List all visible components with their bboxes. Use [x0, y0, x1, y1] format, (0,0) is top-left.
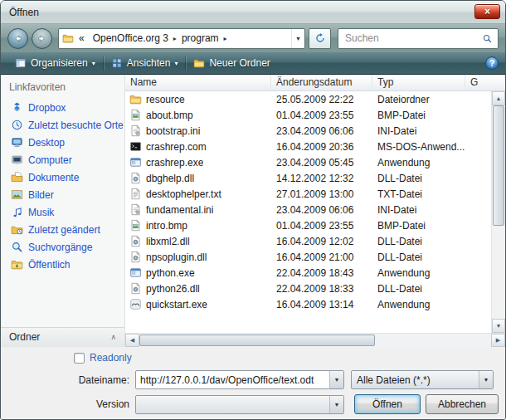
file-row[interactable]: resource 25.05.2009 22:22 Dateiordner [125, 91, 491, 107]
sidebar-item[interactable]: Suchvorgänge [1, 238, 124, 256]
sidebar-item[interactable]: Dropbox [1, 99, 124, 116]
refresh-button[interactable] [309, 28, 331, 49]
music-icon [11, 206, 23, 218]
views-label: Ansichten [127, 57, 171, 69]
help-button[interactable]: ? [485, 56, 499, 70]
column-header-name[interactable]: Name [125, 75, 271, 90]
cancel-button[interactable]: Abbrechen [426, 394, 499, 414]
help-icon: ? [489, 58, 495, 68]
filename-input[interactable] [136, 371, 329, 388]
open-dialog: Öffnen × « OpenOffice.org 3 ▸ program ▸ … [0, 0, 506, 420]
dialog-body: Linkfavoriten Dropbox Zuletzt besuchte O… [1, 75, 505, 347]
searches-icon [11, 241, 23, 253]
file-row[interactable]: intro.bmp 01.04.2009 23:55 BMP-Datei [125, 217, 491, 233]
breadcrumb-separator-icon: ▸ [173, 35, 177, 42]
folders-expander[interactable]: Ordner ∧ [1, 327, 124, 347]
horizontal-scrollbar[interactable]: ◀ ▶ [125, 333, 505, 347]
address-bar[interactable]: « OpenOffice.org 3 ▸ program ▸ ▼ [58, 28, 305, 49]
dll-file-icon [129, 235, 142, 247]
organize-button[interactable]: Organisieren ▾ [7, 52, 103, 74]
breadcrumb-overflow-button[interactable]: « [75, 32, 88, 44]
vertical-scroll-thumb[interactable] [493, 105, 504, 226]
views-icon [111, 57, 123, 69]
file-list: Name Änderungsdatum Typ G resource 25.05… [125, 75, 505, 347]
organize-icon [15, 57, 27, 69]
close-button[interactable]: × [474, 4, 500, 19]
scroll-track[interactable] [375, 334, 491, 347]
version-dropdown-button[interactable]: ▼ [329, 396, 343, 413]
file-row[interactable]: npsoplugin.dll 16.04.2009 21:00 DLL-Date… [125, 249, 491, 265]
folder-file-icon [129, 93, 142, 105]
search-icon[interactable] [482, 33, 493, 44]
documents-icon [11, 171, 23, 183]
exe-file-icon [129, 266, 142, 279]
sidebar-item[interactable]: Computer [1, 151, 124, 168]
filename-combobox: ▼ [135, 370, 344, 389]
file-row[interactable]: crashrep.com 16.04.2009 20:36 MS-DOS-Anw… [125, 139, 491, 154]
back-button[interactable] [7, 28, 28, 49]
sidebar: Linkfavoriten Dropbox Zuletzt besuchte O… [1, 75, 125, 347]
vertical-scrollbar[interactable]: ▲ ▼ [491, 91, 505, 333]
search-input[interactable] [343, 32, 482, 45]
sidebar-item[interactable]: Dokumente [1, 168, 124, 186]
filetype-combobox[interactable]: Alle Dateien (*.*) ▼ [351, 370, 494, 389]
scroll-track[interactable] [492, 226, 505, 319]
filename-dropdown-button[interactable]: ▼ [329, 371, 343, 388]
column-header-date[interactable]: Änderungsdatum [271, 75, 372, 90]
bmp-file-icon [129, 109, 142, 121]
file-row[interactable]: bootstrap.ini 23.04.2009 06:06 INI-Datei [125, 123, 491, 139]
new-folder-icon [193, 57, 205, 69]
open-button[interactable]: Öffnen [354, 394, 421, 414]
file-row[interactable]: libxml2.dll 16.04.2009 12:02 DLL-Datei [125, 233, 491, 249]
favorites-header: Linkfavoriten [1, 80, 124, 99]
scroll-left-button[interactable]: ◀ [125, 334, 139, 347]
refresh-icon [314, 32, 326, 44]
sidebar-item[interactable]: Zuletzt besuchte Orte [1, 116, 124, 134]
file-row[interactable]: quickstart.exe 16.04.2009 13:14 Anwendun… [125, 296, 491, 312]
titlebar[interactable]: Öffnen × [1, 1, 505, 24]
version-combobox[interactable]: ▼ [135, 395, 344, 414]
file-row[interactable]: python26.dll 22.04.2009 18:33 DLL-Datei [125, 281, 491, 296]
arrow-left-icon [12, 33, 23, 44]
views-button[interactable]: Ansichten ▾ [104, 52, 186, 74]
file-row[interactable]: fundamental.ini 23.04.2009 06:06 INI-Dat… [125, 202, 491, 217]
sidebar-item[interactable]: Musik [1, 203, 124, 221]
folder-icon [62, 32, 74, 44]
dll-file-icon [129, 172, 142, 184]
version-label: Version [9, 398, 135, 410]
file-row[interactable]: about.bmp 01.04.2009 23:55 BMP-Datei [125, 107, 491, 123]
filename-label: Dateiname: [9, 374, 135, 386]
filetype-value: Alle Dateien (*.*) [352, 374, 479, 386]
breadcrumb-segment-program[interactable]: program [178, 32, 222, 44]
dropbox-icon [11, 101, 23, 114]
breadcrumb-segment-openoffice[interactable]: OpenOffice.org 3 [90, 32, 172, 44]
file-row[interactable]: desktophelper.txt 27.01.2009 13:00 TXT-D… [125, 186, 491, 202]
file-row[interactable]: python.exe 22.04.2009 18:43 Anwendung [125, 265, 491, 281]
sidebar-item[interactable]: Öffentlich [1, 256, 124, 273]
scroll-up-button[interactable]: ▲ [492, 91, 505, 105]
column-header-size[interactable]: G [465, 75, 505, 90]
readonly-label: Readonly [90, 352, 132, 364]
address-dropdown-button[interactable]: ▼ [291, 29, 304, 48]
dos-file-icon [129, 140, 142, 153]
scroll-right-button[interactable]: ▶ [491, 334, 505, 347]
computer-icon [11, 154, 23, 166]
search-box [338, 28, 499, 49]
horizontal-scroll-thumb[interactable] [139, 335, 375, 346]
recently-changed-icon [11, 223, 23, 236]
sidebar-item[interactable]: Desktop [1, 134, 124, 151]
forward-button[interactable] [32, 28, 52, 49]
readonly-checkbox[interactable] [74, 353, 85, 364]
column-header-type[interactable]: Typ [372, 75, 465, 90]
filetype-dropdown-button[interactable]: ▼ [479, 371, 493, 388]
sidebar-item[interactable]: Bilder [1, 186, 124, 203]
arrow-right-icon [36, 33, 47, 44]
new-folder-button[interactable]: Neuer Ordner [186, 52, 277, 74]
sidebar-item[interactable]: Zuletzt geändert [1, 221, 124, 238]
file-row[interactable]: crashrep.exe 23.04.2009 05:45 Anwendung [125, 154, 491, 170]
file-row[interactable]: dbghelp.dll 14.12.2002 12:32 DLL-Datei [125, 170, 491, 186]
desktop-icon [11, 136, 23, 149]
navigation-bar: « OpenOffice.org 3 ▸ program ▸ ▼ [1, 24, 505, 52]
folders-label: Ordner [9, 331, 40, 343]
scroll-down-button[interactable]: ▼ [492, 319, 505, 333]
